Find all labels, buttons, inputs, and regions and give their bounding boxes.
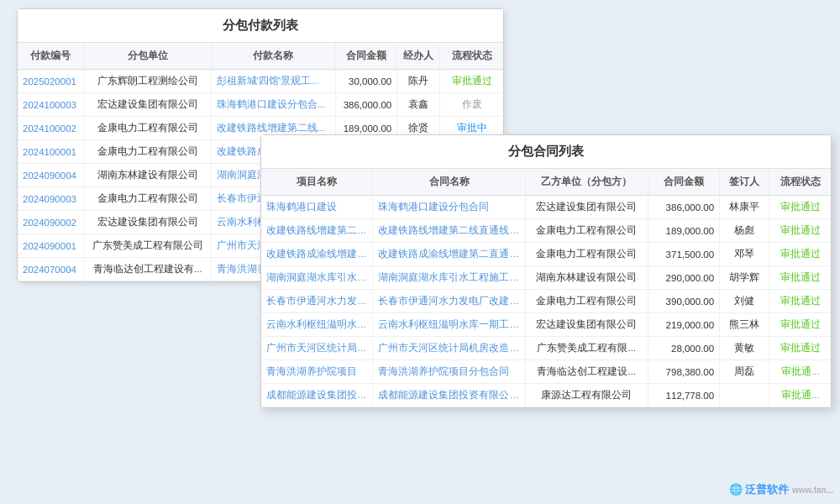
payment-id-cell[interactable]: 2024070004: [18, 258, 84, 281]
contract-name-cell[interactable]: 广州市天河区统计局机房改造项目分包合...: [373, 337, 525, 360]
payment-company-cell: 宏达建设集团有限公司: [84, 93, 211, 117]
payment-table-row: 2025020001 广东辉朗工程测绘公司 彭祖新城'四馆'景观工... 30,…: [18, 70, 503, 93]
contract-signer-cell: 周磊: [720, 360, 769, 384]
contract-project-cell[interactable]: 珠海鹤港口建设: [261, 196, 373, 219]
contract-company-cell: 金康电力工程有限公司: [525, 290, 648, 313]
contract-table-row: 成都能源建设集团投资有限公司... 成都能源建设集团投资有限公司临时办... 康…: [261, 384, 831, 407]
contract-company-cell: 青海临达创工程建设...: [525, 360, 648, 384]
contract-name-cell[interactable]: 云南水利枢纽滋明水库一期工程施工标...: [373, 313, 525, 337]
payment-id-cell[interactable]: 2025020001: [18, 70, 84, 93]
contract-amount-cell: 219,000.00: [648, 313, 719, 337]
col-payment-name: 付款名称: [211, 43, 335, 70]
payment-name-cell[interactable]: 珠海鹤港口建设分包合...: [211, 93, 335, 117]
payment-id-cell[interactable]: 2024090001: [18, 234, 84, 258]
payment-table-title: 分包付款列表: [18, 9, 503, 43]
contract-company-cell: 广东赞美成工程有限...: [525, 337, 648, 360]
contract-company-cell: 康源达工程有限公司: [525, 384, 648, 407]
contract-signer-cell: [720, 384, 769, 407]
col-handler: 经办人: [397, 43, 440, 70]
contract-project-cell[interactable]: 改建铁路线增建第二线直通线（...: [261, 219, 373, 243]
contract-status-cell: 审批通过: [769, 243, 831, 266]
contract-signer-cell: 林康平: [720, 196, 769, 219]
contract-project-cell[interactable]: 广州市天河区统计局机房改造项目: [261, 337, 373, 360]
contract-project-cell[interactable]: 长春市伊通河水力发电厂改建工程: [261, 290, 373, 313]
contract-table-row: 改建铁路线增建第二线直通线（... 改建铁路线增建第二线直通线（成都-西... …: [261, 219, 831, 243]
contract-project-cell[interactable]: 成都能源建设集团投资有限公司...: [261, 384, 373, 407]
contract-table-row: 改建铁路成渝线增建第二直通线... 改建铁路成渝线增建第二直通线（成渝-... …: [261, 243, 831, 266]
payment-amount-cell: 386,000.00: [335, 93, 396, 117]
contract-amount-cell: 290,000.00: [648, 266, 719, 290]
contract-table-body: 珠海鹤港口建设 珠海鹤港口建设分包合同 宏达建设集团有限公司 386,000.0…: [261, 196, 831, 407]
payment-id-cell[interactable]: 2024100001: [18, 140, 84, 164]
contract-signer-cell: 胡学辉: [720, 266, 769, 290]
payment-header-row: 付款编号 分包单位 付款名称 合同金额 经办人 流程状态: [18, 43, 503, 70]
payment-amount-cell: 30,000.00: [335, 70, 396, 93]
col-contract-status: 流程状态: [769, 169, 831, 196]
col-contract-amount: 合同金额: [648, 169, 719, 196]
payment-company-cell: 广东辉朗工程测绘公司: [84, 70, 211, 93]
contract-amount-cell: 189,000.00: [648, 219, 719, 243]
watermark-icon: 🌐: [729, 483, 743, 496]
contract-name-cell[interactable]: 长春市伊通河水力发电厂改建工程分包合...: [373, 290, 525, 313]
contract-project-cell[interactable]: 湖南洞庭湖水库引水工程施工标: [261, 266, 373, 290]
payment-company-cell: 广东赞美成工程有限公司: [84, 234, 211, 258]
contract-table-container: 分包合同列表 项目名称 合同名称 乙方单位（分包方） 合同金额 签订人 流程状态…: [260, 134, 832, 408]
contract-status-cell: 审批通过: [769, 337, 831, 360]
contract-name-cell[interactable]: 改建铁路线增建第二线直通线（成都-西...: [373, 219, 525, 243]
payment-handler-cell: 袁鑫: [397, 93, 440, 117]
contract-amount-cell: 371,500.00: [648, 243, 719, 266]
contract-name-cell[interactable]: 珠海鹤港口建设分包合同: [373, 196, 525, 219]
contract-table-row: 珠海鹤港口建设 珠海鹤港口建设分包合同 宏达建设集团有限公司 386,000.0…: [261, 196, 831, 219]
payment-id-cell[interactable]: 2024100002: [18, 117, 84, 140]
contract-company-cell: 金康电力工程有限公司: [525, 219, 648, 243]
payment-company-cell: 湖南东林建设有限公司: [84, 164, 211, 187]
contract-project-cell[interactable]: 青海洪湖养护院项目: [261, 360, 373, 384]
contract-amount-cell: 390,000.00: [648, 290, 719, 313]
payment-status-cell: 审批通过: [440, 70, 503, 93]
contract-status-cell: 审批通...: [769, 360, 831, 384]
contract-project-cell[interactable]: 云南水利枢纽滋明水库一期工程...: [261, 313, 373, 337]
payment-name-cell[interactable]: 彭祖新城'四馆'景观工...: [211, 70, 335, 93]
col-payment-id: 付款编号: [18, 43, 84, 70]
contract-table-row: 湖南洞庭湖水库引水工程施工标 湖南洞庭湖水库引水工程施工标分包合同 湖南东林建设…: [261, 266, 831, 290]
col-contract: 合同名称: [373, 169, 525, 196]
contract-status-cell: 审批通过: [769, 266, 831, 290]
contract-name-cell[interactable]: 青海洪湖养护院项目分包合同: [373, 360, 525, 384]
contract-status-cell: 审批通过: [769, 290, 831, 313]
payment-company-cell: 宏达建设集团有限公司: [84, 211, 211, 234]
col-amount: 合同金额: [335, 43, 396, 70]
contract-signer-cell: 邓琴: [720, 243, 769, 266]
contract-company-cell: 宏达建设集团有限公司: [525, 196, 648, 219]
contract-status-cell: 审批通...: [769, 384, 831, 407]
col-signer: 签订人: [720, 169, 769, 196]
contract-project-cell[interactable]: 改建铁路成渝线增建第二直通线...: [261, 243, 373, 266]
contract-name-cell[interactable]: 湖南洞庭湖水库引水工程施工标分包合同: [373, 266, 525, 290]
payment-company-cell: 金康电力工程有限公司: [84, 140, 211, 164]
payment-company-cell: 金康电力工程有限公司: [84, 117, 211, 140]
payment-table-row: 2024100003 宏达建设集团有限公司 珠海鹤港口建设分包合... 386,…: [18, 93, 503, 117]
contract-signer-cell: 杨彪: [720, 219, 769, 243]
watermark-text: 泛普软件: [745, 483, 789, 496]
payment-status-cell: 作废: [440, 93, 503, 117]
watermark-url: www.fan...: [792, 486, 833, 495]
contract-status-cell: 审批通过: [769, 196, 831, 219]
payment-company-cell: 金康电力工程有限公司: [84, 187, 211, 211]
contract-status-cell: 审批通过: [769, 219, 831, 243]
contract-status-cell: 审批通过: [769, 313, 831, 337]
col-company: 分包单位: [84, 43, 211, 70]
contract-company-cell: 宏达建设集团有限公司: [525, 313, 648, 337]
payment-handler-cell: 陈丹: [397, 70, 440, 93]
watermark: 🌐 泛普软件 www.fan...: [729, 482, 833, 497]
contract-name-cell[interactable]: 成都能源建设集团投资有限公司临时办...: [373, 384, 525, 407]
payment-id-cell[interactable]: 2024090003: [18, 187, 84, 211]
contract-amount-cell: 798,380.00: [648, 360, 719, 384]
contract-name-cell[interactable]: 改建铁路成渝线增建第二直通线（成渝-...: [373, 243, 525, 266]
contract-table: 项目名称 合同名称 乙方单位（分包方） 合同金额 签订人 流程状态 珠海鹤港口建…: [261, 169, 831, 407]
contract-table-row: 青海洪湖养护院项目 青海洪湖养护院项目分包合同 青海临达创工程建设... 798…: [261, 360, 831, 384]
contract-company-cell: 金康电力工程有限公司: [525, 243, 648, 266]
payment-id-cell[interactable]: 2024090004: [18, 164, 84, 187]
contract-signer-cell: 黄敏: [720, 337, 769, 360]
payment-id-cell[interactable]: 2024090002: [18, 211, 84, 234]
contract-header-row: 项目名称 合同名称 乙方单位（分包方） 合同金额 签订人 流程状态: [261, 169, 831, 196]
payment-id-cell[interactable]: 2024100003: [18, 93, 84, 117]
